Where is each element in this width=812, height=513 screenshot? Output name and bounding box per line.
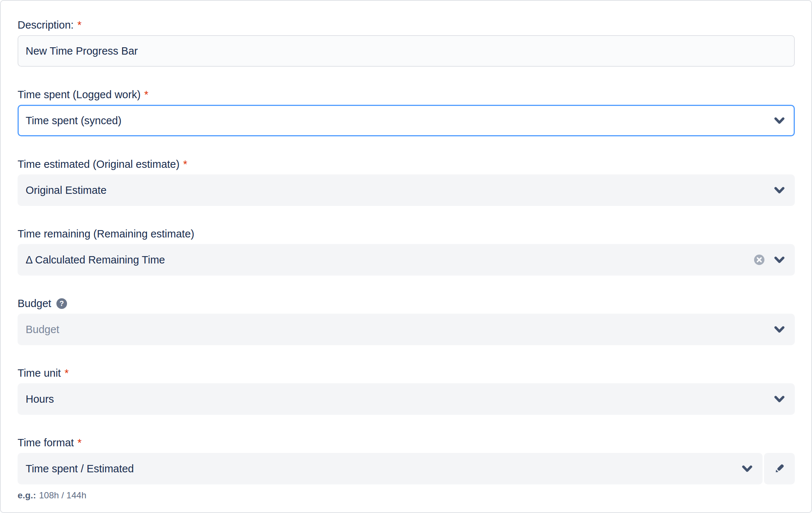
clear-selection-icon[interactable] — [753, 254, 765, 266]
format-example-value: 108h / 144h — [39, 490, 86, 500]
time-estimated-label-text: Time estimated (Original estimate) — [18, 158, 179, 170]
time-spent-select[interactable]: Time spent (synced) — [18, 105, 795, 136]
time-estimated-select[interactable]: Original Estimate — [18, 174, 795, 206]
time-unit-label: Time unit * — [18, 367, 795, 379]
format-example-text: e.g.:108h / 144h — [18, 490, 795, 501]
format-example-label: e.g.: — [18, 490, 36, 500]
time-format-label-text: Time format — [18, 437, 74, 449]
pencil-icon — [772, 462, 786, 476]
time-spent-label-text: Time spent (Logged work) — [18, 89, 141, 100]
budget-label-text: Budget — [18, 298, 51, 309]
field-group-time-spent: Time spent (Logged work) * Time spent (s… — [18, 89, 795, 136]
help-icon[interactable]: ? — [56, 298, 67, 309]
field-group-time-unit: Time unit * Hours — [18, 367, 795, 415]
chevron-down-icon — [772, 392, 787, 406]
time-format-select-value: Time spent / Estimated — [26, 463, 134, 475]
budget-select-placeholder: Budget — [26, 324, 59, 336]
description-input[interactable] — [18, 35, 795, 67]
required-asterisk: * — [144, 89, 148, 100]
budget-select[interactable]: Budget — [18, 314, 795, 345]
chevron-down-icon — [772, 252, 787, 267]
time-unit-select-value: Hours — [26, 393, 54, 405]
edit-format-button[interactable] — [764, 453, 795, 484]
description-label: Description: * — [18, 19, 795, 31]
time-spent-label: Time spent (Logged work) * — [18, 89, 795, 100]
time-format-select[interactable]: Time spent / Estimated — [18, 453, 763, 484]
time-remaining-select-value: Δ Calculated Remaining Time — [26, 254, 165, 266]
field-group-time-estimated: Time estimated (Original estimate) * Ori… — [18, 158, 795, 206]
field-group-time-format: Time format * Time spent / Estimated — [18, 437, 795, 501]
required-asterisk: * — [77, 19, 81, 31]
time-unit-label-text: Time unit — [18, 367, 61, 379]
time-estimated-select-value: Original Estimate — [26, 184, 107, 196]
time-progress-bar-form: Description: * Time spent (Logged work) … — [0, 0, 812, 513]
time-format-label: Time format * — [18, 437, 795, 449]
time-remaining-select[interactable]: Δ Calculated Remaining Time — [18, 244, 795, 276]
chevron-down-icon — [772, 183, 787, 198]
time-estimated-label: Time estimated (Original estimate) * — [18, 158, 795, 170]
chevron-down-icon — [740, 461, 754, 476]
chevron-down-icon — [772, 113, 787, 128]
time-unit-select[interactable]: Hours — [18, 383, 795, 415]
field-group-description: Description: * — [18, 19, 795, 67]
required-asterisk: * — [183, 158, 187, 170]
required-asterisk: * — [78, 437, 82, 449]
field-group-time-remaining: Time remaining (Remaining estimate) Δ Ca… — [18, 228, 795, 276]
budget-label: Budget ? — [18, 298, 795, 309]
description-label-text: Description: — [18, 19, 74, 31]
required-asterisk: * — [64, 367, 68, 379]
time-remaining-label: Time remaining (Remaining estimate) — [18, 228, 795, 240]
field-group-budget: Budget ? Budget — [18, 298, 795, 345]
time-spent-select-value: Time spent (synced) — [26, 115, 122, 127]
chevron-down-icon — [772, 322, 787, 337]
time-remaining-label-text: Time remaining (Remaining estimate) — [18, 228, 194, 240]
